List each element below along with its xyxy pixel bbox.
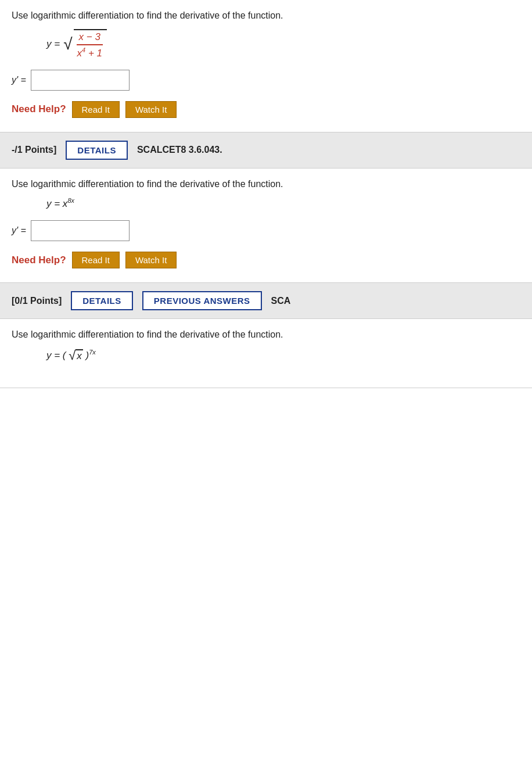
answer-label-1: y' = <box>12 75 26 85</box>
read-it-button-2[interactable]: Read It <box>72 252 120 268</box>
read-it-button-1[interactable]: Read It <box>72 101 120 118</box>
y-eq-3: y = ( √ x )7x <box>46 350 96 361</box>
need-help-label-1: Need Help? <box>12 103 66 115</box>
sqrt-wrapper-1: √ x − 3 x4 + 1 <box>63 29 107 59</box>
y-equals-1: y = <box>46 38 60 50</box>
scalcet-label-2: SCALCET8 3.6.043. <box>137 145 222 155</box>
prev-answers-button-3[interactable]: PREVIOUS ANSWERS <box>142 291 262 310</box>
formula-2: y = x8x <box>46 198 520 210</box>
header-bar-3: [0/1 Points] DETAILS PREVIOUS ANSWERS SC… <box>0 283 532 319</box>
sqrt-symbol-1: √ <box>63 36 72 52</box>
y-eq-2: y = x8x <box>46 198 74 209</box>
section-2: Use logarithmic differentiation to find … <box>0 169 532 284</box>
need-help-label-2: Need Help? <box>12 255 66 266</box>
watch-it-button-2[interactable]: Watch It <box>125 252 177 268</box>
problem-text-3: Use logarithmic differentiation to find … <box>12 329 520 340</box>
problem-text-2: Use logarithmic differentiation to find … <box>12 179 520 189</box>
answer-input-2[interactable] <box>31 220 130 241</box>
fraction-1: x − 3 x4 + 1 <box>75 31 105 59</box>
sca-label-3: SCA <box>271 296 291 306</box>
sqrt-content-1: x − 3 x4 + 1 <box>74 29 107 59</box>
details-button-2[interactable]: DETAILS <box>66 141 128 160</box>
numerator-1: x − 3 <box>77 31 103 45</box>
problem-text-1: Use logarithmic differentiation to find … <box>12 10 520 21</box>
section-1: Use logarithmic differentiation to find … <box>0 0 532 132</box>
formula-3: y = ( √ x )7x <box>46 348 520 363</box>
denominator-1: x4 + 1 <box>75 45 105 59</box>
details-button-3[interactable]: DETAILS <box>71 291 133 310</box>
need-help-row-2: Need Help? Read It Watch It <box>12 252 520 268</box>
watch-it-button-1[interactable]: Watch It <box>125 101 177 118</box>
sqrt-sym-3: √ <box>69 348 76 363</box>
answer-label-2: y' = <box>12 225 26 236</box>
points-label-3: [0/1 Points] <box>12 296 62 306</box>
header-bar-2: -/1 Points] DETAILS SCALCET8 3.6.043. <box>0 132 532 169</box>
sqrt-x-3: x <box>76 349 83 362</box>
answer-row-2: y' = <box>12 220 520 241</box>
inner-sqrt-3: √ x <box>69 348 83 363</box>
answer-input-1[interactable] <box>31 70 130 91</box>
answer-row-1: y' = <box>12 70 520 91</box>
points-label-2: -/1 Points] <box>12 145 56 155</box>
formula-1: y = √ x − 3 x4 + 1 <box>46 29 520 59</box>
section-3: Use logarithmic differentiation to find … <box>0 319 532 388</box>
need-help-row-1: Need Help? Read It Watch It <box>12 101 520 118</box>
